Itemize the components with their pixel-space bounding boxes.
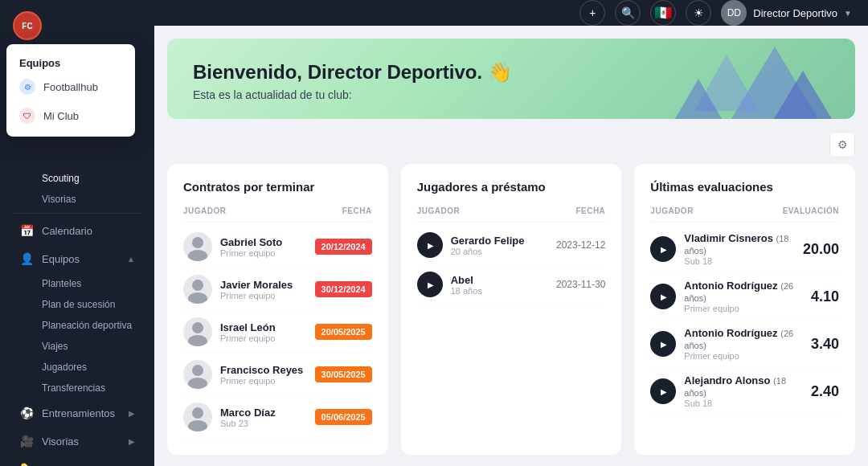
- sidebar-item-entrenamientos[interactable]: ⚽ Entrenamientos ▶: [6, 399, 148, 427]
- play-button[interactable]: ▶: [650, 284, 676, 309]
- player-info: Antonio Rodríguez (26 años) Primer equip…: [684, 327, 796, 361]
- table-row: ▶ Vladimir Cisneros (18 años) Sub 18 20.…: [650, 226, 839, 273]
- dropdown-label-miclub: Mi Club: [43, 110, 79, 122]
- table-row: ▶ Abel 18 años 2023-11-30: [417, 265, 606, 305]
- search-icon: 🔍: [621, 6, 635, 19]
- dropdown-label-footballhub: Footballhub: [43, 81, 98, 93]
- contracts-header-date: FECHA: [342, 206, 372, 215]
- player-team: Sub 18: [684, 399, 796, 408]
- shield-icon: 🛡: [19, 108, 35, 124]
- eval-score: 20.00: [803, 241, 839, 258]
- player-age: 20 años: [451, 247, 548, 256]
- play-button[interactable]: ▶: [417, 272, 443, 297]
- people-icon: 👤: [19, 251, 34, 266]
- sidebar-item-equipos[interactable]: 👤 Equipos ▲: [6, 245, 148, 272]
- player-team: Primer equipo: [220, 333, 307, 343]
- date-badge: 30/12/2024: [315, 281, 372, 297]
- contracts-header-player: JUGADOR: [183, 206, 227, 215]
- table-row: Marco Díaz Sub 23 05/06/2025: [183, 396, 372, 439]
- cards-row: Contratos por terminar JUGADOR FECHA Gab…: [154, 164, 868, 466]
- sidebar-item-viajes[interactable]: Viajes: [6, 336, 148, 357]
- sidebar-label-calendario: Calendario: [42, 225, 135, 237]
- sidebar-item-planteles[interactable]: Planteles: [6, 273, 148, 294]
- player-name: Israel León: [220, 321, 307, 333]
- player-info: Antonio Rodríguez (26 años) Primer equip…: [684, 280, 796, 313]
- sidebar-item-jugadores[interactable]: Jugadores: [6, 357, 148, 378]
- loans-title: Jugadores a préstamo: [417, 180, 606, 194]
- ball-icon: ⚽: [19, 406, 34, 420]
- player-team: Primer equipo: [684, 351, 796, 361]
- triangle4: [670, 79, 727, 119]
- sidebar-label-salud: Salud: [42, 464, 121, 467]
- dropdown-title: Equipos: [6, 51, 135, 72]
- add-button[interactable]: +: [579, 0, 605, 26]
- player-name: Alejandro Alonso (18 años): [684, 374, 796, 399]
- eval-score: 2.40: [804, 383, 839, 400]
- avatar: DD: [721, 0, 747, 26]
- eval-score: 4.10: [804, 288, 839, 305]
- sidebar-item-transferencias[interactable]: Transferencias: [6, 378, 148, 399]
- play-icon: ▶: [661, 292, 667, 301]
- gear-icon: ⚙: [19, 79, 35, 95]
- player-info: Gabriel Soto Primer equipo: [220, 236, 307, 258]
- loans-header-player: JUGADOR: [417, 206, 461, 215]
- svg-point-0: [192, 237, 203, 248]
- sidebar-item-plan-sucesion[interactable]: Plan de sucesión: [6, 294, 148, 315]
- evaluations-card: Últimas evaluaciones JUGADOR EVALUACIÓN …: [634, 164, 855, 455]
- avatar: [183, 360, 212, 389]
- svg-point-9: [188, 420, 207, 431]
- player-team: Sub 18: [684, 256, 795, 266]
- svg-point-8: [192, 407, 203, 419]
- flag-icon: 🇲🇽: [654, 4, 672, 22]
- theme-button[interactable]: ☀: [686, 0, 711, 26]
- play-icon: ▶: [661, 340, 667, 349]
- play-button[interactable]: ▶: [417, 232, 443, 258]
- calendar-icon: 📅: [19, 223, 34, 238]
- svg-point-1: [188, 250, 207, 261]
- dropdown-item-miclub[interactable]: 🛡 Mi Club: [6, 101, 135, 130]
- evaluations-header: JUGADOR EVALUACIÓN: [650, 206, 839, 223]
- player-team: Sub 23: [220, 419, 307, 428]
- sidebar-item-salud[interactable]: 💊 Salud ▶: [6, 456, 148, 466]
- topbar: + 🔍 🇲🇽 ☀ DD Director Deportivo ▼: [154, 0, 868, 26]
- player-name: Francisco Reyes: [220, 364, 307, 376]
- svg-point-7: [188, 378, 207, 389]
- search-button[interactable]: 🔍: [615, 0, 641, 26]
- play-button[interactable]: ▶: [650, 331, 676, 357]
- sidebar-label-visorias2: Visorias: [42, 435, 121, 448]
- sidebar-item-scouting-sub[interactable]: Scouting: [6, 168, 148, 189]
- sidebar-item-calendario[interactable]: 📅 Calendario: [6, 217, 148, 244]
- player-team: Primer equipo: [220, 248, 307, 258]
- svg-point-6: [192, 365, 203, 376]
- sidebar-nav: Scouting Visorias 📅 Calendario 👤 Equipos…: [0, 168, 154, 466]
- gear-icon: ⚙: [837, 138, 848, 151]
- sidebar-item-visorias2[interactable]: 🎥 Visorias ▶: [6, 427, 148, 455]
- player-info: Gerardo Felipe 20 años: [451, 235, 548, 256]
- sidebar-item-visorias[interactable]: Visorias: [6, 189, 148, 210]
- settings-button[interactable]: ⚙: [829, 132, 855, 157]
- play-button[interactable]: ▶: [650, 236, 676, 262]
- player-info: Abel 18 años: [451, 274, 548, 296]
- main-content: + 🔍 🇲🇽 ☀ DD Director Deportivo ▼ Bienven…: [154, 0, 868, 466]
- chevron-right-icon: ▶: [129, 409, 135, 418]
- player-team: Primer equipo: [220, 376, 307, 386]
- sun-icon: ☀: [694, 6, 704, 19]
- sidebar-label-entrenamientos: Entrenamientos: [42, 407, 121, 419]
- player-name: Marco Díaz: [220, 407, 307, 419]
- svg-point-3: [188, 292, 207, 304]
- chevron-down-icon: ▲: [127, 255, 135, 264]
- play-button[interactable]: ▶: [650, 378, 676, 404]
- player-info: Javier Morales Primer equipo: [220, 279, 307, 300]
- sidebar-item-planeacion[interactable]: Planeación deportiva: [6, 315, 148, 336]
- date-badge: 20/12/2024: [315, 239, 372, 255]
- triangle2: [767, 71, 839, 119]
- dropdown-item-footballhub[interactable]: ⚙ Footballhub: [6, 72, 135, 101]
- user-menu[interactable]: DD Director Deportivo ▼: [721, 0, 852, 26]
- language-button[interactable]: 🇲🇽: [650, 0, 676, 26]
- welcome-banner: Bienvenido, Director Deportivo. 👋 Esta e…: [167, 39, 855, 119]
- teams-dropdown: Equipos ⚙ Footballhub 🛡 Mi Club: [6, 44, 135, 137]
- player-name: Abel: [451, 274, 548, 286]
- avatar: [183, 275, 212, 304]
- sidebar-label-equipos: Equipos: [42, 253, 119, 265]
- table-row: Gabriel Soto Primer equipo 20/12/2024: [183, 226, 372, 268]
